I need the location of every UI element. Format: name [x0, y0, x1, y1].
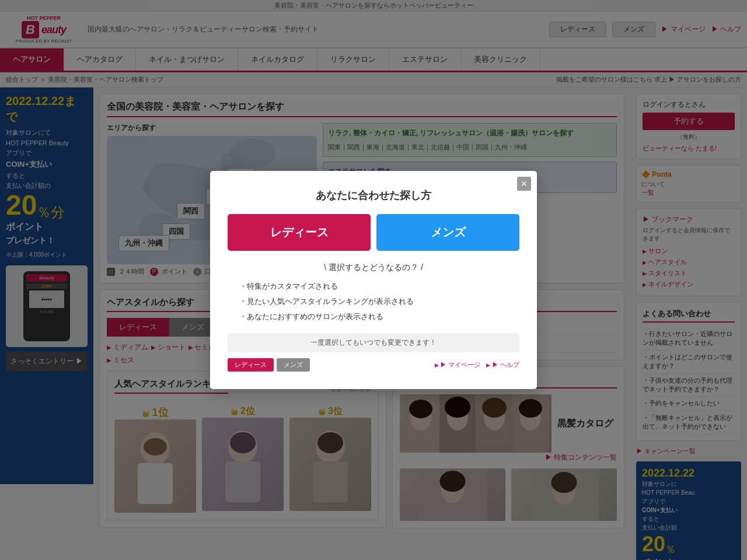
gender-selection-modal: ✕ あなたに合わせた探し方 レディース メンズ \ 選択するとどうなるの？ / … — [210, 171, 537, 389]
modal-mens-button[interactable]: メンズ — [376, 214, 519, 251]
modal-info-items: 特集がカスタマイズされる 見たい人気ヘアスタイルランキングが表示される あなたに… — [228, 279, 519, 324]
modal-info-item-1: 特集がカスタマイズされる — [239, 279, 508, 294]
modal-nav-links: ▶ マイページ ▶ ヘルプ — [435, 360, 519, 369]
modal-ladies-button[interactable]: レディース — [228, 214, 371, 251]
modal-help-link[interactable]: ▶ ヘルプ — [486, 360, 519, 369]
modal-bottom-links: レディース メンズ ▶ マイページ ▶ ヘルプ — [228, 358, 519, 372]
modal-note: 一度選択してもいつでも変更できます！ — [228, 333, 519, 352]
modal-gender-buttons: レディース メンズ — [228, 214, 519, 251]
modal-small-mens-button[interactable]: メンズ — [277, 358, 310, 372]
modal-info-item-3: あなたにおすすめのサロンが表示される — [239, 309, 508, 324]
modal-title: あなたに合わせた探し方 — [228, 188, 519, 202]
modal-info-item-2: 見たい人気ヘアスタイルランキングが表示される — [239, 294, 508, 309]
modal-close-button[interactable]: ✕ — [517, 177, 531, 191]
modal-overlay[interactable]: ✕ あなたに合わせた探し方 レディース メンズ \ 選択するとどうなるの？ / … — [0, 0, 747, 560]
modal-mypage-link[interactable]: ▶ マイページ — [435, 360, 481, 369]
modal-small-ladies-button[interactable]: レディース — [228, 358, 274, 372]
modal-info-title: \ 選択するとどうなるの？ / — [228, 262, 519, 273]
modal-bottom-gender: レディース メンズ — [228, 358, 310, 372]
